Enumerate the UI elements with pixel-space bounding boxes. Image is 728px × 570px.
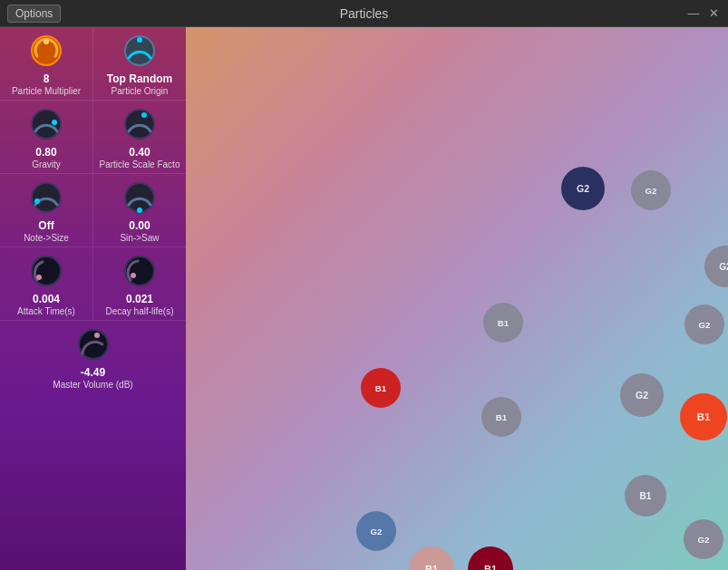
particle-scale-knob[interactable] [120, 104, 160, 144]
particle-multiplier-value: 8 [44, 72, 50, 85]
note-size-value: Off [38, 219, 53, 232]
master-volume-value: -4.49 [81, 366, 105, 379]
decay-halflife-label: Decay half-life(s) [105, 306, 173, 316]
particle-scale-cell: 0.40 Particle Scale Facto [93, 101, 186, 173]
particle-p5[interactable]: G2 [620, 373, 664, 417]
particle-p15[interactable]: B1 [409, 546, 454, 570]
decay-halflife-cell: 0.021 Decay half-life(s) [93, 247, 186, 320]
gravity-label: Gravity [32, 159, 61, 169]
particle-p9[interactable]: B1 [680, 393, 727, 440]
svg-point-11 [137, 208, 142, 213]
master-volume-knob[interactable] [73, 324, 113, 364]
particle-p14[interactable]: G2 [356, 511, 396, 551]
gravity-knob[interactable] [26, 104, 66, 144]
minimize-button[interactable]: — [686, 6, 701, 20]
particle-p10[interactable]: B1 [625, 475, 666, 517]
gravity-value: 0.80 [35, 146, 56, 159]
titlebar-title: Particles [340, 6, 389, 21]
left-panel: 8 Particle Multiplier Top Random Particl… [0, 27, 186, 570]
particle-p11[interactable]: G2 [684, 519, 723, 559]
particle-p3[interactable]: G2 [704, 246, 728, 287]
svg-point-14 [125, 256, 154, 285]
particle-p2[interactable]: G2 [631, 170, 671, 210]
particle-p7[interactable]: B1 [481, 397, 521, 437]
svg-point-13 [36, 275, 42, 280]
particle-p1[interactable]: G2 [561, 167, 605, 210]
note-size-knob[interactable] [26, 178, 66, 217]
control-row-1: 8 Particle Multiplier Top Random Particl… [0, 27, 186, 101]
sin-saw-label: Sin->Saw [120, 233, 159, 243]
note-size-label: Note->Size [24, 233, 69, 243]
attack-time-label: Attack Time(s) [17, 306, 75, 316]
particle-p6[interactable]: B1 [483, 303, 523, 343]
particle-p8[interactable]: B1 [361, 368, 401, 408]
particle-origin-knob[interactable] [120, 31, 160, 71]
titlebar: Options Particles — ✕ [0, 0, 728, 27]
particle-origin-cell: Top Random Particle Origin [93, 27, 186, 100]
particle-multiplier-cell: 8 Particle Multiplier [0, 27, 93, 100]
particle-multiplier-knob[interactable] [26, 31, 66, 71]
control-row-2: 0.80 Gravity 0.40 Particle Scale Facto [0, 101, 186, 174]
particle-scale-label: Particle Scale Facto [100, 159, 180, 169]
canvas-area[interactable]: G2G2G2G2G2B1B1B1B1B1G2G2B1G2B1B1 [186, 27, 728, 570]
svg-point-7 [141, 112, 147, 118]
main-layout: 8 Particle Multiplier Top Random Particl… [0, 27, 728, 570]
master-volume-cell: -4.49 Master Volume (dB) [0, 321, 186, 393]
svg-point-17 [94, 333, 100, 338]
attack-time-knob[interactable] [26, 251, 66, 291]
decay-halflife-value: 0.021 [126, 293, 153, 305]
decay-halflife-knob[interactable] [120, 251, 160, 291]
options-button[interactable]: Options [7, 5, 61, 23]
control-row-4: 0.004 Attack Time(s) 0.021 Decay half-li… [0, 247, 186, 321]
master-volume-label: Master Volume (dB) [53, 380, 132, 390]
particle-p4[interactable]: G2 [684, 304, 724, 344]
particle-scale-value: 0.40 [129, 146, 150, 159]
svg-point-9 [34, 198, 40, 204]
control-row-3: Off Note->Size 0.00 Sin->Saw [0, 174, 186, 247]
svg-point-15 [131, 273, 136, 278]
svg-point-3 [137, 37, 142, 43]
svg-point-5 [52, 120, 57, 125]
sin-saw-cell: 0.00 Sin->Saw [93, 174, 186, 246]
particle-multiplier-label: Particle Multiplier [12, 86, 81, 96]
svg-point-1 [44, 39, 49, 44]
attack-time-value: 0.004 [33, 293, 60, 305]
note-size-cell: Off Note->Size [0, 174, 93, 246]
gravity-cell: 0.80 Gravity [0, 101, 93, 173]
sin-saw-knob[interactable] [120, 178, 160, 217]
attack-time-cell: 0.004 Attack Time(s) [0, 247, 93, 320]
particle-origin-value: Top Random [107, 72, 172, 85]
particle-p16[interactable]: B1 [468, 546, 513, 570]
sin-saw-value: 0.00 [129, 219, 150, 232]
particle-origin-label: Particle Origin [112, 86, 169, 96]
close-button[interactable]: ✕ [706, 6, 721, 20]
titlebar-controls: — ✕ [686, 6, 721, 20]
